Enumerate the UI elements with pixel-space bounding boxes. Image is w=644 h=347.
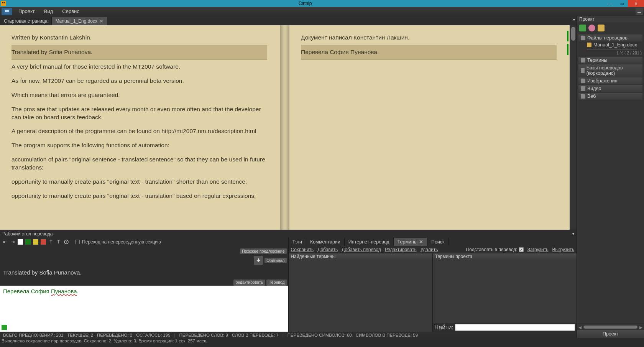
terms-delete-link[interactable]: Удалить (421, 247, 438, 252)
workspace-toolbar: ⇤ ⇥ T T Переход на непереведенную секцию (0, 237, 288, 247)
menu-project[interactable]: Проект (14, 7, 39, 16)
terms-add-link[interactable]: Добавить (317, 247, 338, 252)
source-segment-selected[interactable]: Translated by Sofia Punanova. (12, 45, 267, 60)
translation-edit-area[interactable]: Перевела София Пунанова. (0, 286, 288, 332)
tree-terms-header[interactable]: Термины (578, 57, 642, 64)
terms-columns: Найденные термины Термины проекта Найти: (289, 253, 577, 332)
tool-button-2[interactable]: T (55, 238, 62, 245)
tabs-overflow-button[interactable]: ▾ (573, 18, 575, 22)
tree-file-item[interactable]: Manual_1_Eng.docx (578, 41, 642, 48)
color-red[interactable] (40, 238, 47, 245)
tree-label: Видео (587, 86, 601, 91)
source-segment[interactable]: Written by Konstantin Lakshin. (12, 31, 267, 45)
source-segment[interactable]: A very brief manual for those interested… (12, 60, 267, 74)
menu-service[interactable]: Сервис (58, 7, 84, 16)
next-segment-button[interactable]: ⇥ (9, 238, 16, 245)
tree-web-header[interactable]: Веб (578, 93, 642, 100)
goto-untranslated-checkbox[interactable] (75, 240, 80, 244)
titlebar: Catnip — ▭ ✕ (0, 0, 644, 7)
tree-files-header[interactable]: Файлы переводов (578, 35, 642, 41)
terms-save-link[interactable]: Сохранить (291, 247, 314, 252)
source-segment[interactable]: The pros are that updates are released e… (12, 102, 267, 125)
svg-point-1 (2, 2, 3, 3)
edit-badge: редактировать (233, 280, 265, 286)
tab-tags[interactable]: Тэги (289, 238, 307, 246)
status-indicator (2, 325, 7, 330)
project-terms-list[interactable] (433, 260, 577, 323)
disc-icon[interactable] (588, 25, 595, 31)
svg-rect-0 (1, 1, 6, 6)
goto-untranslated-label: Переход на непереведенную секцию (82, 239, 161, 245)
target-segment[interactable]: Документ написал Константин Лакшин. (301, 31, 557, 45)
svg-rect-6 (637, 12, 641, 13)
maximize-button[interactable]: ▭ (616, 0, 628, 7)
tree-label: Файлы переводов (587, 35, 628, 41)
tab-search[interactable]: Поиск (427, 238, 449, 246)
terms-edit-link[interactable]: Редактировать (385, 247, 417, 252)
source-segment[interactable]: accumulation of pairs "original sentence… (12, 153, 267, 175)
terms-export-link[interactable]: Выгрузить (552, 247, 575, 252)
terms-add-translation-link[interactable]: Добавить перевод (342, 247, 381, 252)
tree-tm-header[interactable]: Базы переводов (коркорданс) (578, 64, 642, 77)
segment-status-marker (567, 31, 568, 41)
tab-terms[interactable]: Термины ✕ (394, 238, 427, 246)
close-icon[interactable]: ✕ (419, 239, 423, 245)
scrollbar-thumb[interactable] (571, 27, 575, 41)
prev-segment-button[interactable]: ⇤ (2, 238, 8, 245)
find-input[interactable] (455, 324, 575, 331)
found-terms-list[interactable] (289, 260, 432, 332)
target-segment-selected[interactable]: Перевела София Пунанова. (301, 45, 557, 60)
menubar-corner-button[interactable] (636, 8, 643, 15)
menu-view[interactable]: Вид (39, 7, 58, 16)
collapse-icon[interactable]: ▾ (572, 232, 574, 236)
menubar: Проект Вид Сервис (0, 7, 644, 16)
folder-icon[interactable] (598, 25, 605, 31)
svg-point-2 (4, 2, 5, 3)
stat-remaining: ОСТАЛОСЬ: 199 (136, 333, 170, 337)
minimize-button[interactable]: — (603, 0, 616, 7)
edit-text-suffix: . (77, 288, 79, 294)
scroll-left-icon[interactable]: ◂ (577, 324, 583, 331)
tree-label: Базы переводов (коркорданс) (586, 65, 640, 76)
tool-button-1[interactable]: T (48, 238, 54, 245)
close-button[interactable]: ✕ (628, 0, 644, 7)
project-panel: Проект Файлы переводов Manual_1_Eng.docx… (577, 16, 644, 338)
color-yellow[interactable] (32, 238, 39, 245)
project-panel-icons (577, 23, 644, 33)
source-segment[interactable]: opportunity to manually create pairs "or… (12, 175, 267, 189)
tab-start-page[interactable]: Стартовая страница (0, 17, 52, 25)
tab-document[interactable]: Manual_1_Eng.docx ✕ (52, 17, 107, 25)
project-button[interactable]: Проект (577, 330, 644, 338)
close-icon[interactable]: ✕ (100, 19, 103, 24)
tree-video-header[interactable]: Видео (578, 85, 642, 92)
settings-button[interactable] (63, 238, 70, 245)
project-panel-hscroll[interactable]: ◂ ▸ (577, 324, 644, 330)
vertical-scrollbar[interactable] (570, 25, 577, 230)
tree-images-header[interactable]: Изображения (578, 77, 642, 84)
tab-comments[interactable]: Комментарии (306, 238, 345, 246)
puzzle-icon[interactable] (579, 25, 586, 31)
project-panel-header: Проект (577, 16, 644, 23)
document-tabs: Стартовая страница Manual_1_Eng.docx ✕ ▾ (0, 16, 577, 25)
color-white[interactable] (17, 238, 24, 245)
tab-label: Manual_1_Eng.docx (56, 18, 97, 24)
insert-down-button[interactable] (254, 256, 263, 265)
scrollbar-thumb[interactable] (584, 326, 637, 329)
color-green[interactable] (25, 238, 31, 245)
tab-internet-translation[interactable]: Интернет-перевод (345, 238, 394, 246)
scroll-right-icon[interactable]: ▸ (638, 324, 644, 331)
stat-chars-in: СИМВОЛОВ В ПЕРЕВОДЕ: 59 (356, 333, 418, 337)
original-badge: Оригинал (264, 258, 286, 263)
original-text: Translated by Sofia Punanova. (3, 269, 82, 276)
book-view: Written by Konstantin Lakshin. Translate… (0, 25, 577, 230)
source-segment[interactable]: Which means that errors are guaranteed. (12, 88, 267, 102)
svg-rect-10 (587, 43, 591, 47)
source-segment[interactable]: A general description of the programme c… (12, 124, 267, 138)
source-segment[interactable]: opportunity to manually create pairs "or… (12, 189, 267, 203)
source-segment[interactable]: As for now, MT2007 can be regarded as a … (12, 74, 267, 88)
app-menu-icon[interactable] (2, 8, 12, 15)
stat-words-in: СЛОВ В ПЕРЕВОДЕ: 7 (232, 333, 279, 337)
substitute-checkbox[interactable]: ✓ (519, 247, 524, 252)
source-segment[interactable]: The program supports the following funct… (12, 138, 267, 153)
terms-load-link[interactable]: Загрузить (527, 247, 549, 252)
